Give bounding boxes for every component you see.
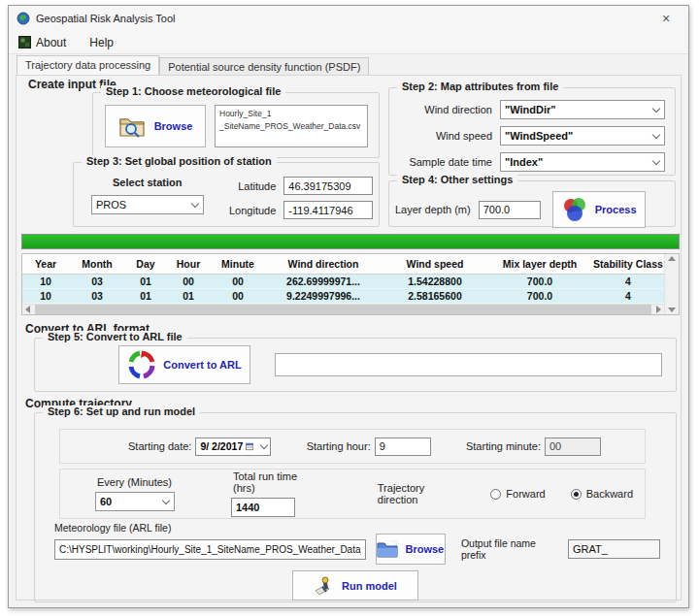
step3-title: Step 3: Set global position of station — [82, 155, 277, 167]
step6-title: Step 6: Set up and run model — [43, 405, 200, 417]
convert-to-arl-button[interactable]: Convert to ARL — [118, 345, 250, 384]
scrollbar-thumb[interactable] — [35, 305, 651, 314]
every-minutes-value: 60 — [100, 496, 158, 507]
col-stability-class[interactable]: Stability Class — [591, 254, 664, 274]
vertical-scrollbar[interactable] — [664, 254, 679, 314]
col-wind-direction[interactable]: Wind direction — [265, 254, 382, 274]
process-progress-bar — [21, 234, 680, 249]
wind-direction-label: Wind direction — [393, 104, 492, 115]
starting-hour-field[interactable] — [375, 438, 431, 456]
chevron-down-icon — [652, 132, 660, 140]
menu-help[interactable]: Help — [89, 36, 114, 49]
chevron-down-icon — [191, 201, 199, 209]
step5-groupbox: Step 5: Convert to ARL file Convert to A… — [34, 338, 677, 392]
col-month[interactable]: Month — [69, 254, 125, 274]
menu-about[interactable]: About — [18, 36, 66, 49]
scroll-down-icon[interactable] — [668, 308, 676, 312]
browse-met-file-button[interactable]: Browse — [105, 105, 206, 147]
folder-icon — [377, 539, 400, 559]
output-prefix-field[interactable] — [568, 539, 660, 559]
wind-direction-dropdown[interactable]: "WindDir" — [500, 100, 665, 119]
col-day[interactable]: Day — [125, 254, 166, 274]
tab-strip: Trajectory data processing Potential sou… — [17, 55, 681, 75]
col-mix-layer-depth[interactable]: Mix layer depth — [488, 254, 591, 274]
col-minute[interactable]: Minute — [211, 254, 265, 274]
table-row[interactable]: 10 03 01 00 00 262.69999971... 1.5422880… — [22, 274, 664, 288]
process-button[interactable]: Process — [552, 191, 646, 228]
cell: 700.0 — [488, 288, 591, 303]
forward-label: Forward — [506, 488, 545, 500]
calendar-icon — [246, 441, 253, 451]
forward-radio[interactable]: Forward — [490, 488, 545, 500]
total-run-time-label: Total run time (hrs) — [233, 470, 321, 494]
met-file-display: Hourly_Site_1 _SiteName_PROS_Weather_Dat… — [215, 105, 368, 147]
cell: 01 — [166, 288, 211, 303]
backward-radio[interactable]: Backward — [571, 488, 633, 500]
longitude-label: Longitude — [229, 205, 276, 216]
about-icon — [18, 36, 31, 49]
table-row[interactable]: 10 03 01 01 00 9.2249997996... 2.5816560… — [22, 288, 664, 303]
horizontal-scrollbar[interactable] — [22, 304, 664, 315]
convert-progress-bar — [275, 353, 662, 376]
process-label: Process — [595, 204, 637, 215]
start-time-panel: Starting date: 9/ 2/2017 Start — [59, 429, 646, 464]
latitude-label: Latitude — [229, 180, 276, 192]
station-dropdown[interactable]: PROS — [91, 195, 204, 214]
cell: 10 — [22, 288, 69, 303]
run-model-button[interactable]: Run model — [292, 570, 418, 600]
sample-date-time-value: "Index" — [505, 156, 649, 168]
starting-minute-label: Starting minute: — [466, 440, 541, 452]
table-header-row: Year Month Day Hour Minute Wind directio… — [22, 254, 664, 274]
tab-psdf[interactable]: Potential source density function (PSDF) — [159, 57, 369, 75]
station-value: PROS — [96, 199, 187, 211]
total-run-time-field[interactable] — [231, 498, 295, 517]
color-ring-icon — [127, 350, 156, 379]
scroll-up-icon[interactable] — [668, 256, 676, 261]
longitude-field[interactable] — [283, 201, 373, 219]
output-prefix-label: Output file name prefix — [461, 537, 558, 561]
cell: 03 — [69, 288, 125, 303]
wind-direction-value: "WindDir" — [505, 104, 649, 115]
cell: 700.0 — [488, 274, 591, 288]
scroll-right-icon[interactable] — [656, 306, 661, 313]
cell: 9.2249997996... — [265, 288, 382, 303]
close-button[interactable]: × — [651, 8, 681, 29]
latitude-field[interactable] — [283, 177, 373, 195]
starting-hour-label: Starting hour: — [307, 440, 371, 452]
menu-bar: About Help — [9, 31, 688, 54]
met-file-line1: Hourly_Site_1 — [219, 108, 363, 120]
cell: 4 — [591, 288, 664, 303]
browse-arl-file-button[interactable]: Browse — [376, 534, 446, 565]
every-minutes-dropdown[interactable]: 60 — [95, 492, 175, 511]
wind-speed-dropdown[interactable]: "WindSpeed" — [500, 126, 665, 146]
radio-icon — [490, 489, 501, 500]
convert-to-arl-label: Convert to ARL — [163, 359, 241, 371]
scroll-left-icon[interactable] — [25, 306, 30, 313]
tab-trajectory-data-processing[interactable]: Trajectory data processing — [17, 55, 159, 75]
starting-date-picker[interactable]: 9/ 2/2017 — [195, 438, 271, 456]
starting-minute-field[interactable] — [545, 438, 601, 456]
chevron-down-icon — [260, 442, 268, 450]
chevron-down-icon — [652, 158, 660, 166]
col-year[interactable]: Year — [22, 254, 69, 274]
cell: 00 — [211, 274, 265, 288]
wind-speed-label: Wind speed — [393, 130, 492, 142]
wind-speed-value: "WindSpeed" — [505, 130, 649, 142]
cell: 1.54228800 — [382, 274, 488, 288]
run-config-panel: Every (Minutes) 60 Total run time (hrs) … — [59, 469, 646, 519]
run-model-label: Run model — [342, 580, 397, 592]
menu-about-label: About — [36, 36, 66, 49]
radio-icon — [571, 489, 582, 500]
cell: 03 — [69, 274, 125, 288]
cell: 2.58165600 — [382, 288, 488, 303]
sample-date-time-dropdown[interactable]: "Index" — [500, 152, 665, 172]
col-hour[interactable]: Hour — [166, 254, 211, 274]
step3-groupbox: Step 3: Set global position of station S… — [73, 162, 380, 227]
app-icon — [17, 12, 30, 25]
col-wind-speed[interactable]: Wind speed — [382, 254, 488, 274]
page: Geospatial Risk Analysis Tool × About He… — [0, 0, 699, 616]
cell: 4 — [591, 274, 664, 288]
met-arl-file-field[interactable] — [54, 539, 366, 560]
layer-depth-field[interactable] — [479, 201, 541, 219]
tab-panel: Create input file Step 1: Choose meteoro… — [16, 75, 682, 600]
